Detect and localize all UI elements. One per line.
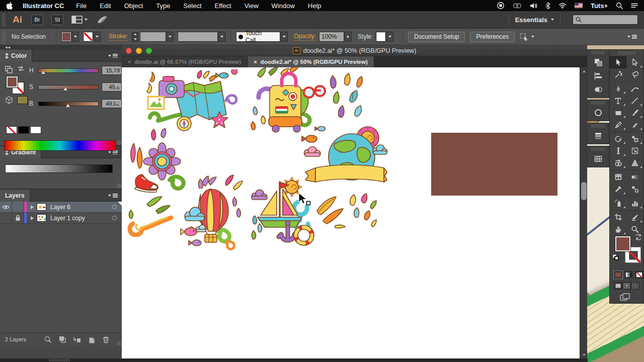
stroke-panel-button[interactable]	[588, 106, 609, 119]
search-input[interactable]	[573, 15, 638, 25]
bridge-button[interactable]: Br	[31, 15, 43, 25]
menu-view[interactable]: View	[245, 2, 259, 10]
lock-toggle[interactable]	[12, 213, 24, 223]
none-mode-button[interactable]	[635, 271, 643, 279]
apple-icon[interactable]	[6, 2, 13, 10]
stroke-weight-dropdown[interactable]	[140, 32, 174, 42]
align-panel-button[interactable]	[588, 69, 609, 82]
doodle-camera-map[interactable]	[145, 69, 237, 133]
color-mode-button[interactable]	[614, 271, 622, 279]
curvature-tool[interactable]	[626, 82, 643, 95]
visibility-toggle[interactable]	[0, 202, 12, 212]
pathfinder-panel-button[interactable]	[588, 55, 609, 69]
swap-fill-stroke-icon[interactable]	[635, 234, 642, 240]
dock-group-grip[interactable]	[592, 101, 605, 105]
stroke-color-dropdown[interactable]	[83, 32, 101, 42]
expand-layer-icon[interactable]	[31, 216, 34, 220]
hand-tool[interactable]	[610, 223, 626, 235]
color-panel-tab[interactable]: Color	[0, 50, 32, 62]
lasso-tool[interactable]	[626, 68, 643, 80]
swatches-panel-button[interactable]	[588, 152, 609, 165]
menu-edit[interactable]: Edit	[100, 2, 111, 10]
dock-group-grip[interactable]	[592, 51, 605, 54]
line-segment-tool[interactable]	[626, 95, 643, 107]
controlbar-panel-menu[interactable]	[627, 35, 644, 39]
volume-icon[interactable]	[530, 3, 537, 9]
s-slider[interactable]	[38, 85, 99, 89]
dock-group-grip[interactable]	[592, 147, 605, 151]
appbar-grip[interactable]	[2, 13, 6, 26]
fill-swatch[interactable]	[61, 32, 71, 42]
color-spectrum-bar[interactable]	[4, 140, 116, 151]
layers-panel-tab[interactable]: Layers	[0, 190, 30, 202]
gradient-tool[interactable]	[626, 171, 643, 183]
doodle-balloon[interactable]	[177, 174, 244, 252]
vertical-scrollbar[interactable]	[580, 67, 587, 358]
fill-proxy-large[interactable]	[615, 236, 631, 252]
width-tool[interactable]	[610, 145, 626, 157]
mesh-tool[interactable]	[610, 171, 626, 183]
layer-row-layer-6[interactable]: Layer 6	[0, 202, 122, 213]
close-tab-icon[interactable]: ×	[128, 59, 131, 65]
fill-color-dropdown[interactable]	[61, 32, 79, 42]
black-swatch[interactable]	[18, 126, 29, 134]
stroke-weight-stepper[interactable]	[132, 32, 138, 42]
rectangle-tool[interactable]	[610, 107, 626, 119]
slice-tool[interactable]	[626, 211, 643, 223]
pen-tool[interactable]	[610, 82, 626, 95]
creative-cloud-icon[interactable]	[513, 3, 522, 9]
preferences-button[interactable]: Preferences	[470, 32, 515, 42]
record-icon[interactable]	[497, 2, 505, 10]
gradient-panel-resize[interactable]	[117, 184, 121, 188]
keyboard-flag-icon[interactable]	[575, 3, 583, 9]
locate-object-button[interactable]	[44, 335, 52, 343]
color-panel-resize[interactable]	[117, 140, 121, 144]
width-profile-dropdown[interactable]	[178, 32, 225, 42]
direct-selection-tool[interactable]	[626, 56, 643, 68]
menu-file[interactable]: File	[76, 2, 87, 10]
toolbar-grip[interactable]	[618, 51, 635, 55]
free-transform-tool[interactable]	[626, 145, 643, 157]
document-setup-button[interactable]: Document Setup	[408, 32, 465, 42]
layer-row-layer-1-copy[interactable]: Layer 1 copy	[0, 213, 122, 224]
gradient-mode-button[interactable]	[624, 271, 633, 279]
search-icon[interactable]	[616, 2, 623, 9]
gpu-performance-icon[interactable]	[97, 15, 108, 24]
app-name[interactable]: Illustrator CC	[23, 2, 64, 10]
white-swatch[interactable]	[30, 126, 41, 134]
none-swatch[interactable]	[6, 126, 17, 134]
layer-target-circle[interactable]	[112, 205, 117, 209]
layers-panel-menu[interactable]	[108, 194, 122, 198]
scroll-down-button[interactable]	[580, 351, 588, 358]
magic-wand-tool[interactable]	[610, 68, 626, 80]
menu-help[interactable]: Help	[308, 2, 321, 10]
layers-panel-resize[interactable]	[117, 341, 121, 345]
document-tab-1[interactable]: ×doodle.ai @ 66,67% (RGB/GPU Preview)	[122, 56, 248, 67]
workspace-switcher[interactable]: Essentials	[515, 16, 554, 24]
wifi-icon[interactable]	[558, 3, 567, 9]
draw-inside-button[interactable]	[631, 282, 639, 290]
lock-toggle[interactable]	[12, 202, 24, 212]
new-layer-button[interactable]	[88, 336, 96, 343]
arrange-documents-button[interactable]	[71, 16, 88, 24]
eraser-tool[interactable]	[626, 119, 643, 131]
close-tab-icon[interactable]: ×	[254, 59, 257, 65]
transparency-panel-button[interactable]	[588, 82, 609, 96]
brush-definition-dropdown[interactable]: Touch Call...	[236, 32, 288, 42]
select-similar-dropdown[interactable]	[520, 33, 534, 41]
color-panel-menu[interactable]	[108, 54, 122, 58]
selected-rectangle[interactable]	[431, 133, 557, 196]
document-titlebar[interactable]: Ai doodle2.ai* @ 50% (RGB/GPU Preview)	[122, 45, 587, 56]
menu-window[interactable]: Window	[272, 2, 295, 10]
menu-type[interactable]: Type	[156, 2, 170, 10]
selection-tool[interactable]	[610, 56, 626, 68]
dock-group-grip[interactable]	[592, 124, 605, 128]
eyedropper-tool[interactable]	[610, 183, 626, 195]
stroke-panel-link[interactable]: Stroke:	[109, 33, 128, 41]
new-sublayer-button[interactable]	[73, 336, 82, 343]
appearance-panel-button[interactable]	[588, 129, 609, 142]
visibility-toggle[interactable]	[0, 213, 12, 223]
stock-button[interactable]: St	[51, 15, 63, 25]
style-dropdown[interactable]	[376, 32, 393, 42]
stroke-swatch[interactable]	[83, 32, 93, 42]
